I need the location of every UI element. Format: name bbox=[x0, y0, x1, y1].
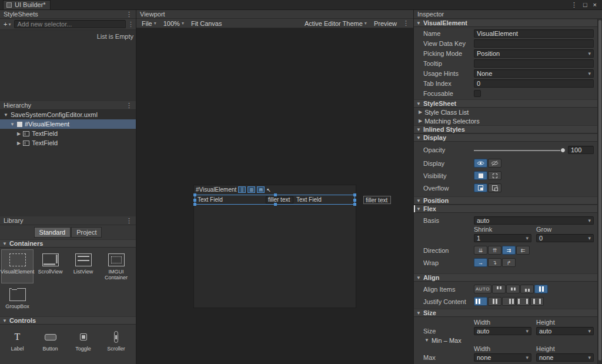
library-item-imgui-container[interactable]: IMGUI Container bbox=[100, 249, 132, 283]
scrollbar-thumb[interactable] bbox=[598, 20, 601, 360]
drag-handle-icon[interactable]: ⣿ bbox=[238, 186, 246, 193]
viewport-menu-icon[interactable]: ⋮ bbox=[401, 19, 411, 27]
wrap-nowrap-button[interactable]: → bbox=[474, 258, 487, 267]
visibility-hidden-button[interactable] bbox=[488, 171, 501, 180]
close-icon[interactable]: × bbox=[593, 1, 597, 9]
justify-flex-end-button[interactable] bbox=[502, 297, 516, 306]
visibility-visible-button[interactable] bbox=[474, 171, 487, 180]
resize-handle[interactable] bbox=[274, 203, 277, 206]
overflowing-textfield-input[interactable]: filler text bbox=[363, 196, 391, 204]
align-section-header[interactable]: ▼ Align bbox=[414, 273, 597, 282]
tab-index-input[interactable]: 0 bbox=[474, 79, 594, 88]
display-flex-button[interactable] bbox=[474, 159, 487, 168]
library-menu-icon[interactable]: ⋮ bbox=[126, 217, 132, 225]
visualelement-section-header[interactable]: ▼ VisualElement bbox=[414, 19, 597, 27]
size-width-input[interactable]: auto ▾ bbox=[474, 327, 531, 335]
foldout-closed-icon[interactable]: ▶ bbox=[17, 131, 21, 136]
usage-hints-dropdown[interactable]: None ▾ bbox=[474, 69, 594, 78]
display-section-header[interactable]: ▼ Display bbox=[414, 133, 597, 142]
align-items-flex-end-button[interactable] bbox=[520, 285, 534, 293]
foldout-closed-icon[interactable]: ▶ bbox=[17, 141, 21, 146]
style-class-list-foldout[interactable]: ▶ Style Class List bbox=[414, 108, 597, 116]
viewport-canvas-area[interactable]: #VisualElement ⣿ ▥ ▤ ↖ Text Field filler… bbox=[136, 28, 413, 364]
selector-options-icon[interactable]: ⋮ bbox=[128, 21, 134, 28]
stylesheet-section-header[interactable]: ▼ StyleSheet bbox=[414, 99, 597, 108]
hierarchy-menu-icon[interactable]: ⋮ bbox=[126, 102, 132, 109]
direction-column-button[interactable]: ⇊ bbox=[474, 246, 487, 255]
justify-space-between-button[interactable] bbox=[516, 297, 530, 306]
name-input[interactable]: VisualElement bbox=[474, 29, 594, 38]
add-selector-button[interactable]: + ▾ bbox=[2, 21, 12, 28]
minmax-foldout[interactable]: ▼ Min – Max bbox=[414, 336, 597, 345]
picking-mode-dropdown[interactable]: Position ▾ bbox=[474, 49, 594, 58]
editor-theme-dropdown[interactable]: Active Editor Theme ▾ bbox=[302, 19, 370, 28]
focusable-checkbox[interactable] bbox=[474, 90, 481, 97]
containers-section-header[interactable]: ▼ Containers bbox=[0, 239, 136, 248]
stylesheets-menu-icon[interactable]: ⋮ bbox=[126, 11, 132, 18]
tab-standard[interactable]: Standard bbox=[34, 227, 71, 238]
new-selector-input[interactable]: Add new selector... bbox=[14, 20, 126, 28]
resize-handle[interactable] bbox=[193, 193, 196, 196]
justify-flex-start-button[interactable] bbox=[474, 297, 487, 306]
foldout-open-icon[interactable]: ▼ bbox=[10, 122, 15, 127]
shrink-input[interactable]: 1 ▾ bbox=[474, 234, 531, 242]
slider-handle[interactable] bbox=[560, 148, 566, 153]
align-items-flex-start-button[interactable] bbox=[492, 285, 506, 293]
basis-dropdown[interactable]: auto ▾ bbox=[474, 216, 594, 225]
window-doc-tab[interactable]: UI Builder* bbox=[3, 0, 51, 9]
flex-section-header[interactable]: ▼ Flex bbox=[414, 205, 597, 213]
resize-handle[interactable] bbox=[353, 193, 356, 196]
align-items-center-button[interactable] bbox=[506, 285, 520, 293]
wrap-wrap-button[interactable]: ↴ bbox=[488, 258, 501, 267]
matching-selectors-foldout[interactable]: ▶ Matching Selectors bbox=[414, 116, 597, 125]
hierarchy-item-textfield-1[interactable]: ▶ TextField bbox=[0, 129, 136, 138]
position-section-header[interactable]: ▼ Position bbox=[414, 196, 597, 205]
direction-row-button[interactable]: ⇉ bbox=[502, 246, 516, 255]
file-menu-button[interactable]: File ▾ bbox=[139, 19, 159, 28]
library-item-toggle[interactable]: Toggle bbox=[67, 326, 99, 354]
direction-column-reverse-button[interactable]: ⇈ bbox=[488, 246, 501, 255]
tooltip-input[interactable] bbox=[474, 59, 594, 68]
resize-handle[interactable] bbox=[274, 193, 277, 196]
hierarchy-item-textfield-2[interactable]: ▶ TextField bbox=[0, 138, 136, 148]
inlined-styles-section-header[interactable]: ▼ Inlined Styles bbox=[414, 125, 597, 133]
max-width-input[interactable]: none ▾ bbox=[474, 353, 531, 362]
tab-project[interactable]: Project bbox=[71, 227, 102, 238]
overflow-hidden-button[interactable] bbox=[488, 183, 501, 192]
view-data-key-input[interactable] bbox=[474, 39, 594, 48]
fit-canvas-button[interactable]: Fit Canvas bbox=[188, 19, 225, 28]
display-none-button[interactable] bbox=[488, 159, 501, 168]
size-height-input[interactable]: auto ▾ bbox=[536, 327, 594, 335]
canvas-element-header[interactable]: #VisualElement ⣿ ▥ ▤ ↖ bbox=[194, 185, 356, 194]
opacity-slider[interactable] bbox=[474, 146, 566, 154]
library-item-listview[interactable]: ListView bbox=[67, 249, 99, 283]
library-item-label-control[interactable]: T Label bbox=[1, 326, 34, 354]
hierarchy-root-row[interactable]: ▼ SaveSystemConfigEditor.uxml bbox=[0, 110, 136, 119]
window-menu-icon[interactable]: ⋮ bbox=[571, 1, 577, 9]
preview-toggle-button[interactable]: Preview bbox=[371, 19, 400, 28]
overflow-visible-button[interactable] bbox=[474, 183, 487, 192]
resize-handle[interactable] bbox=[193, 203, 196, 206]
resize-handle[interactable] bbox=[193, 199, 196, 202]
align-items-stretch-button[interactable] bbox=[534, 285, 548, 293]
controls-section-header[interactable]: ▼ Controls bbox=[0, 316, 136, 325]
library-item-scrollview[interactable]: ScrollView bbox=[34, 249, 66, 283]
direction-row-reverse-button[interactable]: ⇇ bbox=[516, 246, 530, 255]
selected-visualelement[interactable]: Text Field filler text Text Field bbox=[195, 195, 355, 205]
inspector-scrollbar[interactable] bbox=[597, 19, 602, 364]
resize-handle[interactable] bbox=[353, 203, 356, 206]
library-item-scroller[interactable]: Scroller bbox=[100, 326, 132, 354]
wrap-reverse-button[interactable]: ↱ bbox=[502, 258, 516, 267]
zoom-dropdown[interactable]: 100% ▾ bbox=[160, 19, 187, 28]
maximize-icon[interactable]: □ bbox=[583, 1, 587, 9]
library-item-button[interactable]: Button bbox=[34, 326, 66, 354]
document-canvas[interactable]: #VisualElement ⣿ ▥ ▤ ↖ Text Field filler… bbox=[194, 185, 356, 308]
library-item-groupbox[interactable]: GroupBox bbox=[1, 284, 34, 312]
foldout-open-icon[interactable]: ▼ bbox=[4, 112, 8, 118]
align-items-auto-button[interactable]: AUTO bbox=[474, 285, 491, 293]
hierarchy-item-visualelement[interactable]: ▼ #VisualElement bbox=[0, 119, 136, 129]
size-section-header[interactable]: ▼ Size bbox=[414, 309, 597, 317]
max-height-input[interactable]: none ▾ bbox=[536, 353, 594, 362]
textfield-value[interactable]: filler text bbox=[266, 196, 293, 203]
layout-columns-icon[interactable]: ▥ bbox=[248, 186, 255, 193]
